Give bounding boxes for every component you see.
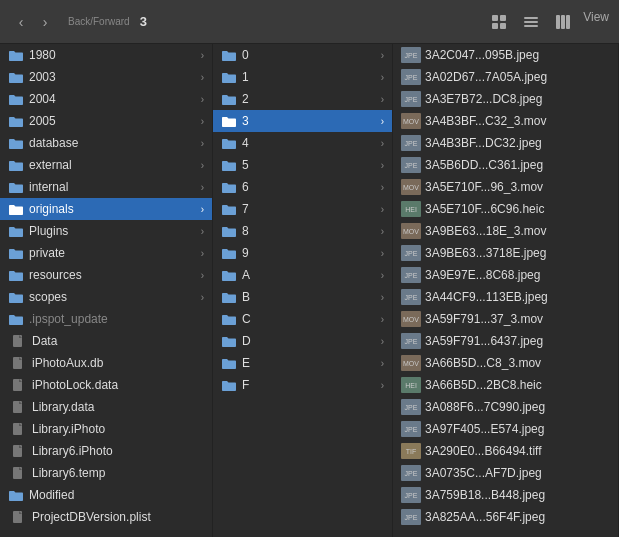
item-label: 3A66B5D...C8_3.mov — [425, 356, 610, 370]
list-item[interactable]: originals › — [0, 198, 212, 220]
item-label: 3A290E0...B66494.tiff — [425, 444, 610, 458]
list-item[interactable]: Library6.temp — [0, 462, 212, 484]
list-item[interactable]: ProjectDBVersion.plist — [0, 506, 212, 528]
list-item[interactable]: HEI 3A5E710F...6C96.heic — [393, 198, 618, 220]
list-item[interactable]: external › — [0, 154, 212, 176]
item-label: E — [242, 356, 379, 370]
list-item[interactable]: 3 › — [213, 110, 392, 132]
list-item[interactable]: JPE 3A44CF9...113EB.jpeg — [393, 286, 618, 308]
list-item[interactable]: MOV 3A4B3BF...C32_3.mov — [393, 110, 618, 132]
item-label: A — [242, 268, 379, 282]
list-item[interactable]: 6 › — [213, 176, 392, 198]
file-icon — [8, 399, 28, 415]
list-item[interactable]: C › — [213, 308, 392, 330]
item-label: 3A59F791...6437.jpeg — [425, 334, 610, 348]
grid-view-button[interactable] — [487, 10, 511, 34]
list-item[interactable]: B › — [213, 286, 392, 308]
view-label[interactable]: View — [583, 10, 609, 34]
list-item[interactable]: private › — [0, 242, 212, 264]
list-item[interactable]: Plugins › — [0, 220, 212, 242]
chevron-icon: › — [201, 248, 204, 259]
file-icon: JPE — [401, 289, 421, 305]
item-label: 3A0735C...AF7D.jpeg — [425, 466, 610, 480]
list-item[interactable]: 9 › — [213, 242, 392, 264]
list-item[interactable]: scopes › — [0, 286, 212, 308]
list-item[interactable]: 1980 › — [0, 44, 212, 66]
chevron-icon: › — [381, 292, 384, 303]
chevron-icon: › — [201, 204, 204, 215]
list-item[interactable]: JPE 3A759B18...B448.jpeg — [393, 484, 618, 506]
list-item[interactable]: MOV 3A9BE63...18E_3.mov — [393, 220, 618, 242]
list-item[interactable]: Library.data — [0, 396, 212, 418]
list-item[interactable]: JPE 3A59F791...6437.jpeg — [393, 330, 618, 352]
list-item[interactable]: database › — [0, 132, 212, 154]
column-2: 0 › 1 › 2 › 3 › 4 › 5 › 6 › 7 — [213, 44, 393, 537]
list-view-button[interactable] — [519, 10, 543, 34]
list-item[interactable]: JPE 3A97F405...E574.jpeg — [393, 418, 618, 440]
list-item[interactable]: MOV 3A66B5D...C8_3.mov — [393, 352, 618, 374]
list-item[interactable]: 5 › — [213, 154, 392, 176]
folder-icon — [8, 114, 24, 128]
item-label: D — [242, 334, 379, 348]
list-item[interactable]: MOV 3A5E710F...96_3.mov — [393, 176, 618, 198]
list-item[interactable]: Library.iPhoto — [0, 418, 212, 440]
list-item[interactable]: .ipspot_update — [0, 308, 212, 330]
list-item[interactable]: 2003 › — [0, 66, 212, 88]
svg-rect-6 — [524, 25, 538, 27]
list-item[interactable]: JPE 3A4B3BF...DC32.jpeg — [393, 132, 618, 154]
list-item[interactable]: JPE 3A0735C...AF7D.jpeg — [393, 462, 618, 484]
list-item[interactable]: JPE 3A3E7B72...DC8.jpeg — [393, 88, 618, 110]
list-item[interactable]: TIF 3A290E0...B66494.tiff — [393, 440, 618, 462]
list-item[interactable]: Data — [0, 330, 212, 352]
list-item[interactable]: D › — [213, 330, 392, 352]
chevron-icon: › — [381, 380, 384, 391]
list-item[interactable]: JPE 3A2C047...095B.jpeg — [393, 44, 618, 66]
list-item[interactable]: iPhotoLock.data — [0, 374, 212, 396]
list-item[interactable]: JPE 3A088F6...7C990.jpeg — [393, 396, 618, 418]
list-item[interactable]: JPE 3A02D67...7A05A.jpeg — [393, 66, 618, 88]
item-label: 1 — [242, 70, 379, 84]
list-item[interactable]: resources › — [0, 264, 212, 286]
item-label: 3A97F405...E574.jpeg — [425, 422, 610, 436]
chevron-icon: › — [201, 50, 204, 61]
list-item[interactable]: 1 › — [213, 66, 392, 88]
chevron-icon: › — [381, 248, 384, 259]
list-item[interactable]: 8 › — [213, 220, 392, 242]
folder-icon — [221, 224, 237, 238]
list-item[interactable]: 4 › — [213, 132, 392, 154]
list-item[interactable]: JPE 3A9BE63...3718E.jpeg — [393, 242, 618, 264]
list-item[interactable]: E › — [213, 352, 392, 374]
list-item[interactable]: internal › — [0, 176, 212, 198]
folder-icon — [8, 180, 24, 194]
list-item[interactable]: 2004 › — [0, 88, 212, 110]
column-view-button[interactable] — [551, 10, 575, 34]
list-item[interactable]: F › — [213, 374, 392, 396]
folder-icon — [221, 48, 237, 62]
list-item[interactable]: MOV 3A59F791...37_3.mov — [393, 308, 618, 330]
list-item[interactable]: HEI 3A66B5D...2BC8.heic — [393, 374, 618, 396]
list-item[interactable]: 2 › — [213, 88, 392, 110]
list-item[interactable]: 2005 › — [0, 110, 212, 132]
item-label: 3A9E97E...8C68.jpeg — [425, 268, 610, 282]
forward-button[interactable]: › — [34, 11, 56, 33]
item-label: ProjectDBVersion.plist — [32, 510, 204, 524]
folder-icon — [8, 158, 24, 172]
back-button[interactable]: ‹ — [10, 11, 32, 33]
item-label: resources — [29, 268, 199, 282]
list-item[interactable]: iPhotoAux.db — [0, 352, 212, 374]
list-item[interactable]: JPE 3A825AA...56F4F.jpeg — [393, 506, 618, 528]
list-item[interactable]: 0 › — [213, 44, 392, 66]
chevron-icon: › — [201, 182, 204, 193]
toolbar: ‹ › Back/Forward 3 V — [0, 0, 619, 44]
item-label: 6 — [242, 180, 379, 194]
file-icon: MOV — [401, 311, 421, 327]
chevron-icon: › — [381, 204, 384, 215]
list-item[interactable]: Modified — [0, 484, 212, 506]
list-item[interactable]: Library6.iPhoto — [0, 440, 212, 462]
list-item[interactable]: JPE 3A5B6DD...C361.jpeg — [393, 154, 618, 176]
item-label: 3A4B3BF...DC32.jpeg — [425, 136, 610, 150]
list-item[interactable]: JPE 3A9E97E...8C68.jpeg — [393, 264, 618, 286]
view-buttons: View — [487, 10, 609, 34]
list-item[interactable]: 7 › — [213, 198, 392, 220]
list-item[interactable]: A › — [213, 264, 392, 286]
